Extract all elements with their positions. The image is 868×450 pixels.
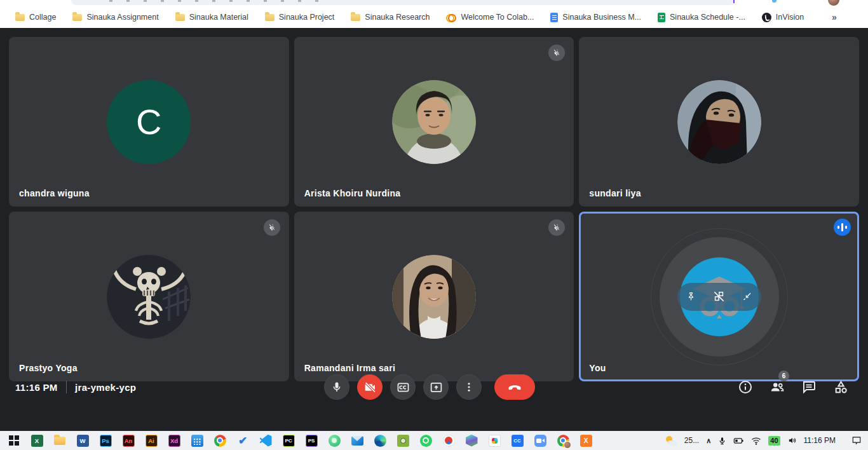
animate-icon[interactable]: An — [117, 431, 140, 450]
folder-icon — [265, 14, 275, 21]
tray-clock[interactable]: 11:16 PM — [804, 436, 836, 445]
windows-taskbar: XWPsAnAiXd✔PCPSCCX 25... ∧ 40 — [0, 431, 868, 450]
bookmark-sinauka-project[interactable]: Sinauka Project — [265, 13, 335, 22]
participant-name: chandra wiguna — [19, 188, 90, 198]
start-button-icon[interactable] — [3, 431, 25, 450]
word-icon[interactable]: W — [71, 431, 94, 450]
more-options-button[interactable] — [456, 374, 482, 400]
file-explorer-icon[interactable] — [48, 431, 71, 450]
bookmark-label: InVision — [776, 13, 804, 22]
bookmark-label: Sinauka Assignment — [86, 13, 158, 22]
camera-app-icon[interactable] — [391, 431, 414, 450]
bookmark-sinauka-business[interactable]: Sinauka Business M... — [550, 13, 641, 22]
captions-button[interactable] — [390, 374, 416, 400]
participants-button[interactable]: 6 — [769, 379, 785, 395]
mail-icon[interactable] — [346, 431, 369, 450]
tray-mic-icon[interactable] — [718, 436, 726, 446]
bookmark-welcome-to-colab[interactable]: Welcome To Colab... — [446, 12, 534, 22]
camtasia-icon[interactable]: CC — [506, 431, 529, 450]
battery-percent-badge[interactable]: 40 — [768, 436, 780, 446]
vscode-icon[interactable] — [254, 431, 277, 450]
bookmarks-overflow-button[interactable]: » — [832, 12, 837, 22]
excel-icon[interactable]: X — [25, 431, 48, 450]
folder-icon — [175, 14, 185, 21]
tray-volume-icon[interactable] — [787, 436, 797, 445]
present-screen-button[interactable] — [423, 374, 449, 400]
stop-cast-icon[interactable] — [713, 290, 725, 303]
activities-button[interactable] — [832, 379, 849, 395]
mic-button[interactable] — [324, 374, 349, 400]
extension-icon[interactable] — [733, 0, 735, 3]
participants-count-badge: 6 — [778, 371, 789, 381]
participant-photo-avatar — [392, 255, 476, 339]
participant-name: sundari liya — [589, 188, 641, 198]
bookmark-sinauka-material[interactable]: Sinauka Material — [175, 13, 248, 22]
tile-hover-actions — [677, 283, 761, 311]
bookmarks-bar: Collage Sinauka Assignment Sinauka Mater… — [0, 6, 868, 28]
call-controls — [324, 374, 535, 400]
action-center-icon[interactable] — [851, 436, 862, 445]
slack-icon[interactable] — [483, 431, 506, 450]
screen: Collage Sinauka Assignment Sinauka Mater… — [0, 0, 868, 450]
bookmark-invision[interactable]: InVision — [762, 13, 804, 22]
tray-battery-icon[interactable] — [733, 437, 744, 445]
muted-mic-indicator — [264, 219, 280, 236]
video-call-app-icon[interactable] — [529, 431, 552, 450]
end-call-button[interactable] — [494, 374, 535, 400]
xampp-icon[interactable]: X — [574, 431, 597, 450]
muted-mic-indicator — [548, 219, 565, 236]
adobe-xd-icon[interactable]: Xd — [163, 431, 186, 450]
meeting-details-button[interactable] — [737, 379, 754, 395]
meeting-code: jra-ymek-ycp — [75, 382, 136, 393]
participant-tile-arista[interactable]: Arista Khoiru Nurdina — [294, 37, 574, 207]
meet-stage: C chandra wiguna — [0, 28, 868, 431]
sheets-icon — [658, 13, 665, 22]
meeting-meta: 11:16 PM jra-ymek-ycp — [15, 381, 136, 393]
chrome-profile-icon[interactable] — [552, 431, 574, 450]
hexagon-app-icon[interactable] — [460, 431, 483, 450]
todo-check-icon[interactable]: ✔ — [231, 431, 254, 450]
tray-chevron-up-icon[interactable]: ∧ — [706, 437, 711, 445]
pycharm-icon[interactable]: PC — [277, 431, 300, 450]
camera-off-button[interactable] — [357, 374, 383, 400]
bookmark-sinauka-assignment[interactable]: Sinauka Assignment — [72, 13, 158, 22]
participant-tile-you[interactable]: You — [579, 212, 859, 381]
whatsapp-icon[interactable] — [414, 431, 437, 450]
android-studio-icon[interactable] — [323, 431, 346, 450]
weather-icon[interactable] — [665, 436, 677, 446]
bookmark-label: Sinauka Schedule -... — [670, 13, 745, 22]
clock-time: 11:16 PM — [15, 382, 58, 393]
meet-bottom-bar: 11:16 PM jra-ymek-ycp — [0, 362, 868, 412]
participant-name: Arista Khoiru Nurdina — [304, 188, 401, 198]
extension-icon[interactable] — [772, 0, 776, 3]
calendar-icon[interactable] — [186, 431, 208, 450]
drawing-app-icon[interactable] — [437, 431, 460, 450]
folder-icon — [351, 14, 360, 21]
pin-tile-icon[interactable] — [686, 291, 696, 302]
bookmark-label: Collage — [29, 13, 56, 22]
participant-photo-avatar — [677, 80, 761, 164]
meta-divider — [66, 381, 67, 393]
photoshop-icon[interactable]: Ps — [94, 431, 117, 450]
participant-tile-ramandani[interactable]: Ramandani Irma sari — [294, 212, 574, 381]
participant-tile-chandra[interactable]: C chandra wiguna — [9, 37, 289, 207]
folder-icon — [15, 14, 25, 21]
chat-button[interactable] — [801, 379, 817, 395]
illustrator-icon[interactable]: Ai — [140, 431, 163, 450]
participant-tile-sundari[interactable]: sundari liya — [579, 37, 859, 207]
tray-wifi-icon[interactable] — [751, 437, 761, 445]
bookmark-sinauka-schedule[interactable]: Sinauka Schedule -... — [658, 13, 745, 22]
colab-icon — [446, 12, 456, 22]
taskbar-icons: XWPsAnAiXd✔PCPSCCX — [3, 431, 597, 450]
phpstorm-icon[interactable]: PS — [300, 431, 323, 450]
edge-icon[interactable] — [369, 431, 391, 450]
bookmark-sinauka-research[interactable]: Sinauka Research — [351, 13, 430, 22]
minimize-tile-icon[interactable] — [742, 291, 753, 302]
bookmark-collage[interactable]: Collage — [15, 13, 56, 22]
bookmark-label: Sinauka Material — [189, 13, 248, 22]
docs-icon — [550, 13, 558, 22]
weather-temperature[interactable]: 25... — [684, 436, 699, 445]
chrome-icon[interactable] — [208, 431, 231, 450]
browser-profile-avatar[interactable] — [828, 0, 839, 6]
participant-tile-prastyo[interactable]: Prastyo Yoga — [9, 212, 289, 381]
